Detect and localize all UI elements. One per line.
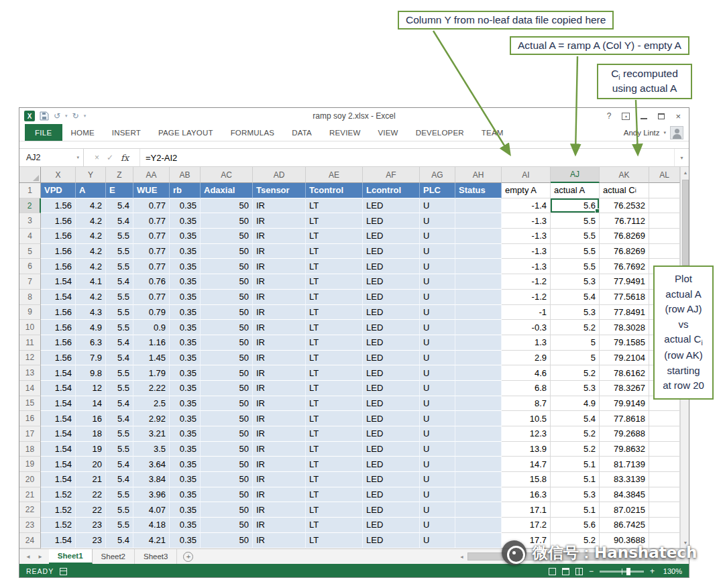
cell-AJ10[interactable]: 5.2 (551, 320, 600, 335)
cell-AK3[interactable]: 76.7112 (600, 213, 649, 229)
cell-X8[interactable]: 1.54 (41, 290, 76, 305)
cell-Y19[interactable]: 20 (76, 457, 106, 472)
account-dropdown-icon[interactable]: ▾ (663, 130, 666, 135)
cell-AL2[interactable] (649, 198, 680, 214)
cell-AD16[interactable]: IR (253, 411, 306, 426)
cell-AB24[interactable]: 0.35 (170, 533, 201, 548)
cell-AH1[interactable]: Status (455, 183, 502, 198)
cell-AI9[interactable]: -1 (502, 305, 551, 320)
cell-AH24[interactable] (455, 533, 502, 548)
row-header-19[interactable]: 19 (19, 457, 41, 472)
cell-AE21[interactable]: LT (306, 487, 363, 503)
cell-Y5[interactable]: 4.2 (76, 244, 106, 259)
cell-AC12[interactable]: 50 (201, 351, 253, 366)
macro-record-icon[interactable] (60, 568, 67, 575)
cell-AB5[interactable]: 0.35 (170, 244, 201, 259)
cell-AG20[interactable]: U (420, 472, 455, 487)
cell-AF8[interactable]: LED (363, 290, 420, 305)
cell-AK6[interactable]: 76.7692 (600, 259, 649, 274)
cell-AD5[interactable]: IR (253, 244, 306, 259)
column-header-ah[interactable]: AH (455, 167, 502, 183)
cell-X12[interactable]: 1.56 (41, 351, 76, 366)
cell-AG9[interactable]: U (420, 305, 455, 320)
cell-AG14[interactable]: U (420, 381, 455, 396)
row-header-2[interactable]: 2 (19, 198, 41, 214)
cell-Y4[interactable]: 4.2 (76, 229, 106, 244)
row-header-20[interactable]: 20 (19, 472, 41, 487)
cell-Z22[interactable]: 5.5 (106, 502, 133, 518)
ribbon-tab-file[interactable]: FILE (25, 124, 62, 141)
cell-Z2[interactable]: 5.4 (106, 198, 133, 214)
cell-AG4[interactable]: U (420, 229, 455, 244)
cell-AG18[interactable]: U (420, 442, 455, 457)
cell-AD7[interactable]: IR (253, 274, 306, 290)
cell-Z4[interactable]: 5.5 (106, 229, 133, 244)
cell-AI19[interactable]: 14.7 (502, 457, 551, 472)
cell-AA15[interactable]: 2.5 (133, 396, 170, 412)
cell-AC24[interactable]: 50 (201, 533, 253, 548)
zoom-level[interactable]: 130% (661, 567, 682, 575)
cell-AD11[interactable]: IR (253, 335, 306, 351)
cell-AI14[interactable]: 6.8 (502, 381, 551, 396)
cell-AA24[interactable]: 4.21 (133, 533, 170, 548)
cell-X18[interactable]: 1.54 (41, 442, 76, 457)
cell-AJ20[interactable]: 5.1 (551, 472, 600, 487)
cell-AB19[interactable]: 0.35 (170, 457, 201, 472)
ribbon-display-options-icon[interactable]: ▴ (622, 113, 630, 120)
cell-AK13[interactable]: 78.6162 (600, 365, 649, 381)
row-header-16[interactable]: 16 (19, 411, 41, 426)
name-box[interactable]: AJ2 ▾ (19, 149, 84, 166)
cell-AK1[interactable]: actual Ci (600, 183, 649, 198)
cell-Z11[interactable]: 5.4 (106, 335, 133, 351)
cell-AD4[interactable]: IR (253, 229, 306, 244)
cell-AB11[interactable]: 0.35 (170, 335, 201, 351)
cell-AK18[interactable]: 79.8632 (600, 442, 649, 457)
row-header-13[interactable]: 13 (19, 365, 41, 381)
cell-AF15[interactable]: LED (363, 396, 420, 412)
cell-AG23[interactable]: U (420, 518, 455, 533)
cell-AK14[interactable]: 78.3267 (600, 381, 649, 396)
cell-AC2[interactable]: 50 (201, 198, 253, 214)
cell-AA13[interactable]: 1.79 (133, 365, 170, 381)
ribbon-tab-page-layout[interactable]: PAGE LAYOUT (150, 124, 222, 141)
page-break-view-icon[interactable] (575, 568, 583, 575)
cell-X21[interactable]: 1.52 (41, 487, 76, 503)
sheet-tab-sheet3[interactable]: Sheet3 (135, 549, 177, 564)
row-header-9[interactable]: 9 (19, 305, 41, 320)
minimize-icon[interactable] (641, 113, 647, 119)
ribbon-tab-review[interactable]: REVIEW (321, 124, 370, 141)
cell-AG24[interactable]: U (420, 533, 455, 548)
cell-AB10[interactable]: 0.35 (170, 320, 201, 335)
cell-AB7[interactable]: 0.35 (170, 274, 201, 290)
cell-AA1[interactable]: WUE (133, 183, 170, 198)
cell-AC1[interactable]: Adaxial (201, 183, 253, 198)
cell-AC20[interactable]: 50 (201, 472, 253, 487)
cell-AF20[interactable]: LED (363, 472, 420, 487)
cell-AD8[interactable]: IR (253, 290, 306, 305)
cell-Z19[interactable]: 5.4 (106, 457, 133, 472)
cell-AA23[interactable]: 4.18 (133, 518, 170, 533)
cell-AD12[interactable]: IR (253, 351, 306, 366)
cell-AH4[interactable] (455, 229, 502, 244)
row-header-5[interactable]: 5 (19, 244, 41, 259)
cell-Z3[interactable]: 5.4 (106, 213, 133, 229)
cell-AK7[interactable]: 77.9491 (600, 274, 649, 290)
cell-AF19[interactable]: LED (363, 457, 420, 472)
cell-AL1[interactable] (649, 183, 680, 198)
cell-X9[interactable]: 1.56 (41, 305, 76, 320)
row-header-17[interactable]: 17 (19, 426, 41, 442)
cell-AD1[interactable]: Tsensor (253, 183, 306, 198)
cell-AD17[interactable]: IR (253, 426, 306, 442)
cell-X7[interactable]: 1.54 (41, 274, 76, 290)
cell-AK19[interactable]: 81.7139 (600, 457, 649, 472)
help-icon[interactable]: ? (607, 111, 612, 121)
cell-AC22[interactable]: 50 (201, 502, 253, 518)
column-header-ag[interactable]: AG (420, 167, 455, 183)
undo-dropdown-icon[interactable]: ▾ (65, 113, 68, 119)
cell-AB3[interactable]: 0.35 (170, 213, 201, 229)
cell-AB14[interactable]: 0.35 (170, 381, 201, 396)
cell-AK8[interactable]: 77.5618 (600, 290, 649, 305)
restore-icon[interactable] (658, 113, 665, 119)
cell-AE13[interactable]: LT (306, 365, 363, 381)
cell-AH18[interactable] (455, 442, 502, 457)
